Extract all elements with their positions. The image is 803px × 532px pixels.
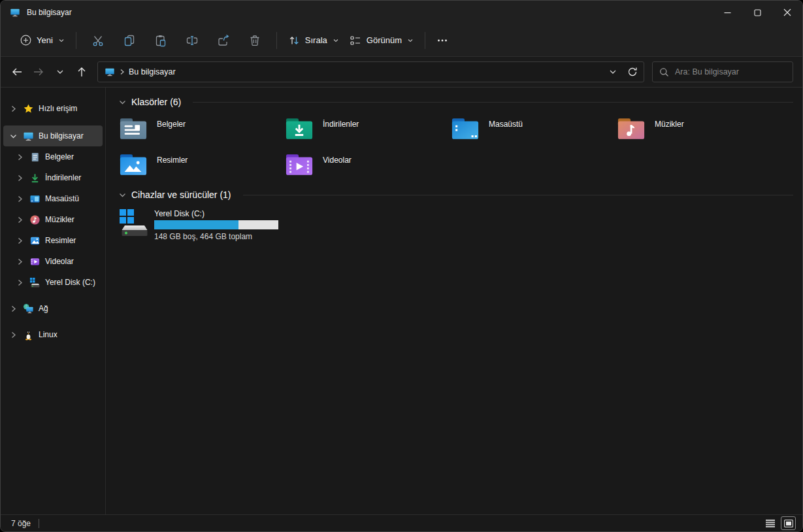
breadcrumb-chevron-icon bbox=[120, 69, 125, 75]
sidebar-item-desktop[interactable]: Masaüstü bbox=[3, 188, 103, 209]
drive-capacity-text: 148 GB boş, 464 GB toplam bbox=[154, 232, 278, 241]
sidebar-item-label: Müzikler bbox=[45, 215, 74, 224]
chevron-down-icon bbox=[119, 99, 126, 105]
forward-button[interactable] bbox=[27, 61, 49, 83]
cut-icon bbox=[91, 34, 105, 47]
sidebar-item-label: Hızlı erişim bbox=[39, 104, 77, 113]
delete-button[interactable] bbox=[239, 29, 270, 52]
status-bar: 7 öğe bbox=[1, 514, 802, 531]
chevron-right-icon[interactable] bbox=[8, 105, 18, 112]
more-options-icon bbox=[436, 35, 448, 46]
refresh-button[interactable] bbox=[623, 63, 642, 81]
recent-locations-button[interactable] bbox=[49, 61, 71, 83]
sort-button[interactable]: Sırala bbox=[283, 31, 344, 50]
folder-tile-videos[interactable]: Videolar bbox=[285, 152, 451, 176]
sidebar-item-quick-access[interactable]: Hızlı erişim bbox=[3, 98, 103, 119]
folder-tile-documents[interactable]: Belgeler bbox=[119, 116, 285, 141]
sidebar-item-documents[interactable]: Belgeler bbox=[3, 146, 103, 167]
sidebar-item-linux[interactable]: Linux bbox=[3, 324, 103, 345]
up-button[interactable] bbox=[71, 61, 92, 83]
devices-section-header[interactable]: Cihazlar ve sürücüler (1) bbox=[119, 188, 793, 201]
sidebar-item-downloads[interactable]: İndirilenler bbox=[3, 167, 103, 188]
folder-tile-pictures[interactable]: Resimler bbox=[119, 152, 285, 176]
window-title: Bu bilgisayar bbox=[27, 8, 72, 17]
chevron-right-icon[interactable] bbox=[15, 175, 24, 182]
large-icons-view-button[interactable] bbox=[781, 516, 796, 530]
chevron-right-icon[interactable] bbox=[15, 195, 24, 203]
view-button[interactable]: Görünüm bbox=[344, 31, 419, 50]
linux-penguin-icon bbox=[22, 329, 34, 341]
details-view-button[interactable] bbox=[762, 516, 778, 530]
copy-button[interactable] bbox=[114, 29, 145, 52]
breadcrumb-item[interactable]: Bu bilgisayar bbox=[129, 67, 176, 76]
chevron-right-icon[interactable] bbox=[15, 237, 24, 244]
sidebar-item-pictures[interactable]: Resimler bbox=[3, 230, 103, 251]
chevron-right-icon[interactable] bbox=[15, 279, 24, 286]
new-button[interactable]: Yeni bbox=[15, 31, 70, 50]
maximize-button[interactable] bbox=[742, 1, 772, 24]
sidebar-item-videos[interactable]: Videolar bbox=[3, 251, 103, 272]
folder-tile-downloads[interactable]: İndirilenler bbox=[285, 116, 451, 141]
plus-circle-icon bbox=[20, 35, 31, 46]
music-folder-icon bbox=[617, 116, 646, 141]
chevron-right-icon[interactable] bbox=[15, 216, 24, 224]
downloads-folder-icon bbox=[285, 116, 314, 141]
drive-usage-bar bbox=[154, 220, 278, 229]
address-dropdown-button[interactable] bbox=[603, 63, 623, 81]
sidebar-item-label: Videolar bbox=[45, 257, 74, 266]
this-pc-icon bbox=[105, 67, 115, 77]
search-input[interactable] bbox=[675, 67, 786, 76]
share-button[interactable] bbox=[208, 29, 239, 52]
folder-grid: Belgeler İndiril bbox=[119, 116, 793, 176]
command-bar: Yeni bbox=[1, 24, 802, 57]
folder-tile-music[interactable]: Müzikler bbox=[617, 116, 783, 141]
sidebar-item-network[interactable]: Ağ bbox=[3, 298, 103, 319]
cut-button[interactable] bbox=[82, 29, 114, 52]
download-icon bbox=[29, 172, 41, 184]
search-box[interactable] bbox=[652, 61, 793, 82]
chevron-right-icon[interactable] bbox=[15, 154, 24, 161]
copy-icon bbox=[123, 34, 136, 47]
devices-section-title: Cihazlar ve sürücüler (1) bbox=[131, 190, 231, 200]
folder-tile-desktop[interactable]: Masaüstü bbox=[451, 116, 617, 141]
chevron-right-icon[interactable] bbox=[8, 331, 18, 339]
sidebar-item-label: Resimler bbox=[45, 236, 76, 245]
folder-label: Videolar bbox=[323, 156, 352, 165]
navigation-pane: Hızlı erişim Bu bilgisayar bbox=[1, 88, 106, 514]
item-count: 7 öğe bbox=[11, 519, 31, 528]
close-button[interactable] bbox=[772, 1, 802, 24]
rename-button[interactable] bbox=[176, 29, 208, 52]
sidebar-item-label: Masaüstü bbox=[45, 194, 79, 203]
drive-tile-local-disk-c[interactable]: Yerel Disk (C:) 148 GB boş, 464 GB topla… bbox=[119, 208, 793, 241]
more-options-button[interactable] bbox=[431, 29, 453, 52]
chevron-down-icon[interactable] bbox=[8, 133, 18, 139]
status-separator bbox=[39, 519, 39, 528]
chevron-right-icon[interactable] bbox=[15, 258, 24, 265]
search-icon bbox=[659, 67, 669, 77]
this-pc-icon bbox=[22, 130, 34, 142]
paste-button[interactable] bbox=[145, 29, 176, 52]
toolbar-separator bbox=[276, 32, 277, 49]
sidebar-item-local-disk-c[interactable]: Yerel Disk (C:) bbox=[3, 272, 103, 293]
folder-label: İndirilenler bbox=[323, 120, 359, 129]
document-icon bbox=[29, 151, 41, 163]
address-bar[interactable]: Bu bilgisayar bbox=[97, 61, 644, 82]
desktop-folder-icon bbox=[451, 116, 480, 141]
minimize-button[interactable] bbox=[712, 1, 742, 24]
sidebar-item-music[interactable]: Müzikler bbox=[3, 209, 103, 230]
sidebar-item-this-pc[interactable]: Bu bilgisayar bbox=[3, 125, 103, 146]
network-icon bbox=[22, 303, 34, 314]
sidebar-item-label: Linux bbox=[39, 330, 57, 339]
rename-icon bbox=[186, 34, 199, 47]
pictures-folder-icon bbox=[119, 152, 148, 176]
chevron-right-icon[interactable] bbox=[8, 305, 18, 312]
chevron-down-icon bbox=[407, 37, 414, 44]
toolbar-separator bbox=[76, 32, 76, 49]
folder-label: Belgeler bbox=[157, 120, 186, 129]
chevron-down-icon bbox=[58, 37, 65, 44]
back-button[interactable] bbox=[6, 61, 27, 83]
sidebar-item-label: Bu bilgisayar bbox=[39, 131, 84, 141]
paste-icon bbox=[154, 34, 167, 47]
delete-icon bbox=[248, 34, 261, 47]
folders-section-header[interactable]: Klasörler (6) bbox=[119, 95, 793, 108]
